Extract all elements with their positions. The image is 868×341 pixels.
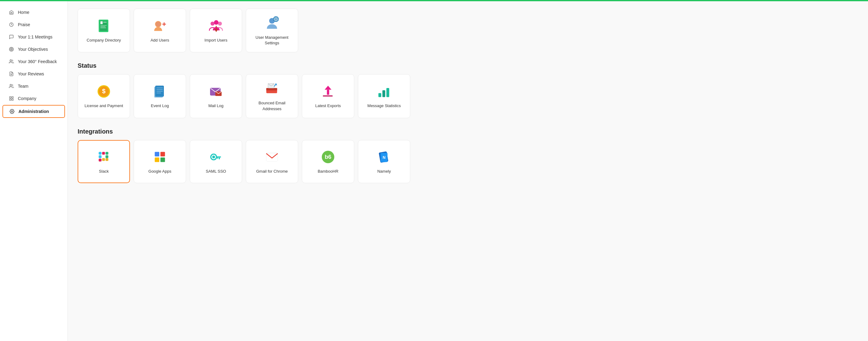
mail-log-icon [208, 83, 224, 99]
integrations-section-title: Integrations [78, 128, 858, 135]
svg-point-16 [101, 21, 102, 23]
svg-point-22 [156, 22, 161, 27]
namely-label: Namely [377, 169, 391, 174]
meetings-icon [9, 34, 14, 40]
svg-rect-69 [155, 158, 159, 162]
bamboohr-card[interactable]: b6 BambooHR [302, 140, 354, 183]
company-directory-icon [96, 18, 112, 34]
bounced-email-icon [264, 81, 280, 97]
integrations-section: Integrations [78, 128, 858, 183]
add-users-icon [152, 18, 168, 34]
feedback-icon [9, 59, 14, 64]
sidebar-item-feedback[interactable]: Your 360° Feedback [2, 56, 65, 67]
svg-rect-55 [323, 95, 332, 97]
team-icon [9, 83, 14, 89]
license-payment-icon: $ [96, 83, 112, 99]
status-card-grid: $ License and Payment [78, 74, 858, 118]
svg-point-2 [10, 48, 12, 50]
administration-icon [9, 109, 15, 114]
latest-exports-label: Latest Exports [315, 103, 341, 109]
top-bar [0, 0, 868, 1]
svg-point-4 [10, 60, 11, 61]
sidebar-item-home[interactable]: Home [2, 6, 65, 18]
license-payment-card[interactable]: $ License and Payment [78, 74, 130, 118]
sidebar-item-company-label: Company [18, 96, 36, 101]
add-users-card[interactable]: Add Users [134, 9, 186, 52]
svg-text:$: $ [102, 88, 105, 95]
svg-rect-59 [99, 152, 101, 155]
status-section-title: Status [78, 62, 858, 69]
home-icon [9, 9, 14, 15]
message-statistics-card[interactable]: Message Statistics [358, 74, 410, 118]
mail-log-card[interactable]: Mail Log [190, 74, 242, 118]
saml-icon [208, 149, 224, 165]
status-section: Status $ License and Payment [78, 62, 858, 118]
svg-rect-70 [160, 158, 165, 162]
sidebar-item-praise-label: Praise [18, 22, 30, 27]
saml-sso-card[interactable]: SAML SSO [190, 140, 242, 183]
users-card-grid: Company Directory Add Users [78, 9, 858, 52]
svg-marker-52 [275, 83, 277, 85]
svg-point-25 [210, 22, 214, 26]
svg-rect-8 [9, 97, 11, 98]
svg-rect-66 [102, 152, 105, 155]
svg-rect-11 [9, 99, 11, 100]
svg-rect-68 [160, 152, 165, 156]
sidebar-item-administration[interactable]: Administration [2, 105, 65, 118]
gmail-chrome-label: Gmail for Chrome [256, 169, 288, 174]
google-apps-label: Google Apps [149, 169, 171, 174]
event-log-label: Event Log [151, 103, 169, 109]
slack-card[interactable]: Slack [78, 140, 130, 183]
slack-label: Slack [99, 169, 109, 174]
integrations-card-grid: Slack Google Apps [78, 140, 858, 183]
saml-label: SAML SSO [206, 169, 226, 174]
gmail-icon [264, 149, 280, 165]
message-statistics-icon [376, 83, 392, 99]
event-log-card[interactable]: Event Log [134, 74, 186, 118]
svg-rect-19 [100, 27, 106, 27]
objectives-icon [9, 46, 14, 52]
event-log-icon [152, 83, 168, 99]
user-management-card[interactable]: User Management Settings [246, 9, 298, 52]
svg-rect-60 [99, 155, 101, 158]
svg-rect-49 [267, 88, 277, 91]
mail-log-label: Mail Log [208, 103, 223, 109]
gmail-chrome-card[interactable]: Gmail for Chrome [246, 140, 298, 183]
sidebar-item-company[interactable]: Company [2, 93, 65, 104]
company-icon [9, 96, 14, 101]
svg-rect-67 [155, 152, 159, 156]
svg-rect-9 [12, 97, 13, 98]
svg-text:N: N [382, 155, 385, 160]
import-users-label: Import Users [205, 38, 227, 43]
namely-card[interactable]: N Namely [358, 140, 410, 183]
main-content: Company Directory Add Users [68, 1, 868, 341]
sidebar-item-team-label: Team [18, 84, 28, 89]
svg-text:b6: b6 [324, 154, 332, 160]
svg-point-7 [10, 84, 11, 86]
svg-rect-58 [386, 88, 389, 97]
sidebar-item-team[interactable]: Team [2, 80, 65, 92]
bamboohr-label: BambooHR [317, 169, 338, 174]
latest-exports-card[interactable]: Latest Exports [302, 74, 354, 118]
sidebar-item-meetings[interactable]: Your 1:1 Meetings [2, 31, 65, 43]
license-payment-label: License and Payment [84, 103, 123, 109]
sidebar-item-reviews-label: Your Reviews [18, 71, 44, 76]
sidebar-item-praise[interactable]: Praise [2, 19, 65, 31]
company-directory-card[interactable]: Company Directory [78, 9, 130, 52]
message-statistics-label: Message Statistics [368, 103, 401, 109]
sidebar-item-reviews[interactable]: Your Reviews [2, 68, 65, 80]
svg-rect-64 [106, 155, 108, 158]
user-management-icon [264, 15, 280, 31]
svg-rect-63 [106, 152, 108, 155]
bounced-email-label: Bounced Email Addresses [250, 100, 294, 111]
company-directory-label: Company Directory [87, 38, 121, 43]
google-apps-card[interactable]: Google Apps [134, 140, 186, 183]
svg-rect-56 [378, 93, 381, 97]
bounced-email-card[interactable]: Bounced Email Addresses [246, 74, 298, 118]
import-users-card[interactable]: Import Users [190, 9, 242, 52]
svg-rect-75 [217, 158, 218, 159]
svg-marker-53 [324, 86, 332, 90]
sidebar-item-objectives[interactable]: Your Objectives [2, 43, 65, 55]
svg-point-12 [11, 111, 12, 112]
svg-rect-73 [216, 156, 221, 158]
